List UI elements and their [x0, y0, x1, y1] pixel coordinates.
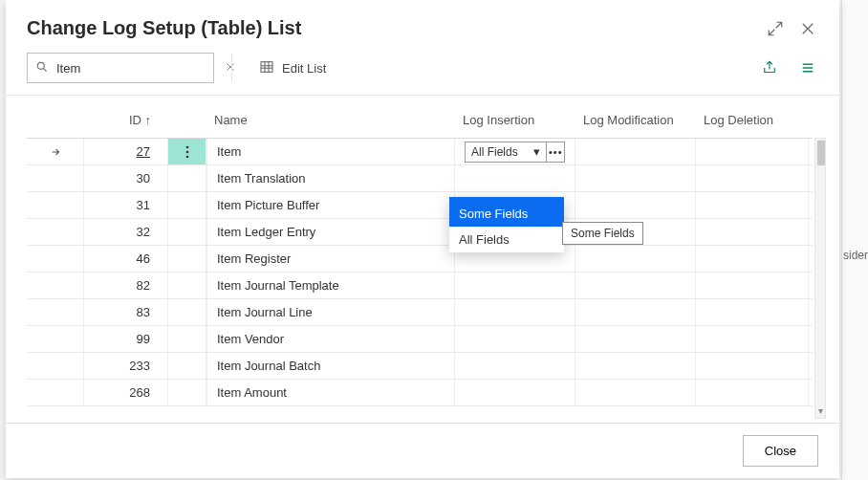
cell-log-modification[interactable] — [575, 380, 696, 405]
table-area: ID ↑ Name Log Insertion Log Modification… — [6, 96, 839, 423]
background-strip — [841, 0, 868, 480]
row-indicator — [27, 273, 84, 298]
cell-log-deletion[interactable] — [696, 139, 809, 164]
toolbar-divider — [231, 54, 232, 82]
search-box[interactable] — [27, 53, 214, 83]
cell-log-deletion[interactable] — [696, 165, 809, 191]
table-row[interactable]: 268Item Amount — [27, 380, 813, 406]
cell-name: Item Register — [206, 246, 455, 272]
expand-icon[interactable] — [765, 18, 786, 39]
cell-log-deletion[interactable] — [696, 219, 809, 245]
cell-log-deletion[interactable] — [696, 192, 809, 218]
cell-name: Item Picture Buffer — [206, 192, 455, 218]
cell-log-insertion[interactable] — [455, 326, 575, 352]
col-log-modification[interactable]: Log Modification — [575, 109, 696, 131]
table-row[interactable]: 99Item Vendor — [27, 326, 813, 353]
row-indicator — [27, 299, 84, 325]
search-input[interactable] — [56, 61, 217, 76]
cell-log-insertion[interactable] — [455, 380, 575, 405]
cell-id: 233 — [84, 353, 168, 379]
table-row[interactable]: 82Item Journal Template — [27, 273, 813, 299]
log-insertion-select[interactable]: All Fields▾ — [465, 142, 547, 163]
ellipsis-icon: ••• — [549, 146, 563, 158]
cell-log-modification[interactable] — [575, 326, 696, 352]
row-actions — [168, 380, 206, 405]
cell-log-insertion[interactable] — [455, 353, 575, 379]
svg-point-0 — [37, 62, 44, 69]
row-indicator — [27, 246, 84, 272]
col-actions — [168, 109, 206, 131]
id-link[interactable]: 27 — [137, 144, 150, 159]
table-row[interactable]: 233Item Journal Batch — [27, 353, 813, 380]
cell-id: 99 — [84, 326, 168, 352]
cell-log-modification[interactable] — [575, 165, 696, 191]
table-row[interactable]: 32Item Ledger Entry — [27, 219, 813, 246]
cell-name: Item Journal Line — [206, 299, 455, 325]
cell-log-modification[interactable] — [575, 273, 696, 298]
table-row[interactable]: 31Item Picture Buffer — [27, 192, 813, 219]
row-indicator — [27, 353, 84, 379]
cell-log-modification[interactable] — [575, 192, 696, 218]
col-name[interactable]: Name — [206, 109, 455, 131]
kebab-icon — [185, 145, 189, 159]
cell-log-insertion[interactable] — [455, 273, 575, 298]
close-icon[interactable] — [797, 18, 818, 39]
cell-id: 82 — [84, 273, 168, 298]
cell-name: Item Translation — [206, 165, 455, 191]
share-icon[interactable] — [759, 57, 780, 78]
cell-name: Item Journal Batch — [206, 353, 455, 379]
cell-log-deletion[interactable] — [696, 353, 809, 379]
cell-log-insertion[interactable] — [455, 299, 575, 325]
table-row[interactable]: 27ItemAll Fields▾••• — [27, 139, 813, 165]
cell-id: 83 — [84, 299, 168, 325]
cell-log-modification[interactable] — [575, 139, 696, 164]
scroll-down-icon[interactable]: ▾ — [818, 404, 823, 418]
row-actions — [168, 326, 206, 352]
assist-edit-button[interactable]: ••• — [546, 142, 565, 163]
edit-list-button[interactable]: Edit List — [250, 54, 336, 83]
col-id[interactable]: ID ↑ — [84, 109, 168, 131]
row-actions[interactable] — [168, 139, 206, 164]
table-row[interactable]: 46Item Register — [27, 246, 813, 273]
svg-point-4 — [185, 155, 188, 158]
cell-log-deletion[interactable] — [696, 326, 809, 352]
row-actions — [168, 273, 206, 298]
scrollbar-thumb[interactable] — [817, 141, 825, 165]
row-actions — [168, 299, 206, 325]
page-title: Change Log Setup (Table) List — [27, 17, 753, 39]
table-row[interactable]: 30Item Translation — [27, 165, 813, 192]
cell-log-modification[interactable] — [575, 353, 696, 379]
cell-log-insertion[interactable]: All Fields▾••• — [455, 139, 575, 164]
background-cut-text: sider — [843, 249, 868, 262]
cell-log-modification[interactable] — [575, 246, 696, 272]
cell-id: 32 — [84, 219, 168, 245]
col-indicator — [27, 109, 84, 131]
col-log-insertion[interactable]: Log Insertion — [455, 109, 575, 131]
table-body[interactable]: 27ItemAll Fields▾•••30Item Translation31… — [27, 138, 813, 419]
dropdown-item[interactable]: Some Fields — [449, 197, 564, 227]
row-indicator — [27, 219, 84, 245]
col-log-deletion[interactable]: Log Deletion — [696, 109, 809, 131]
cell-log-deletion[interactable] — [696, 273, 809, 298]
svg-point-3 — [185, 150, 188, 153]
dialog-header: Change Log Setup (Table) List — [6, 0, 839, 53]
cell-log-modification[interactable] — [575, 299, 696, 325]
cell-log-deletion[interactable] — [696, 246, 809, 272]
clear-search-icon[interactable] — [225, 61, 236, 76]
row-indicator — [27, 165, 84, 191]
cell-id: 268 — [84, 380, 168, 405]
cell-log-deletion[interactable] — [696, 299, 809, 325]
dropdown-item[interactable]: All Fields — [449, 227, 564, 252]
log-modification-dropdown[interactable]: Some FieldsAll Fields — [449, 197, 564, 252]
cell-id: 46 — [84, 246, 168, 272]
cell-log-deletion[interactable] — [696, 380, 809, 405]
log-insertion-value: All Fields — [471, 145, 518, 159]
table-row[interactable]: 83Item Journal Line — [27, 299, 813, 326]
row-indicator — [27, 326, 84, 352]
tooltip: Some Fields — [562, 222, 643, 245]
cell-log-insertion[interactable] — [455, 165, 575, 191]
scrollbar[interactable]: ▴ ▾ — [814, 138, 826, 419]
menu-lines-icon[interactable] — [797, 57, 818, 78]
cell-name: Item Amount — [206, 380, 455, 405]
close-button[interactable]: Close — [743, 435, 818, 467]
